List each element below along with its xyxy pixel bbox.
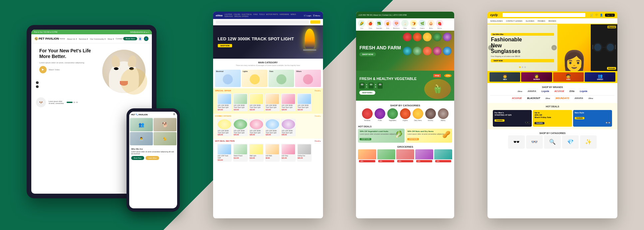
nav-shop[interactable]: Shop ▾: [108, 38, 114, 40]
brand-elita[interactable]: Elita: [567, 89, 576, 93]
cat-organic[interactable]: Organic: [400, 108, 411, 121]
phone-cta-btn2[interactable]: Learn More: [146, 156, 160, 160]
slider-left-arrow[interactable]: ‹: [488, 45, 493, 50]
brand-acuvue-2[interactable]: ACUVUE: [510, 96, 524, 100]
cat-others[interactable]: Others: [295, 70, 321, 87]
farm-cat-icon-6[interactable]: 🥛 Dairy: [401, 20, 409, 29]
hd-product-2[interactable]: Switch Panel $12.99: [233, 144, 248, 162]
cat-electrical[interactable]: Electrical: [215, 70, 241, 87]
cat-lights[interactable]: Lights: [242, 70, 267, 87]
hd-eye-btn-3[interactable]: Available: [575, 117, 585, 119]
farm-cat-icon-4[interactable]: 🍯 Taste: [384, 20, 391, 29]
eye-search[interactable]: [502, 13, 585, 17]
dot-2[interactable]: [522, 66, 523, 68]
nav-home[interactable]: Home: [60, 38, 65, 40]
eye-shop-btn[interactable]: SHOP NOW: [491, 59, 554, 62]
phone-menu-icon[interactable]: ☰: [173, 113, 175, 116]
cat-grains[interactable]: Bakery: [438, 108, 449, 121]
eye-cat-2[interactable]: 👓: [526, 135, 543, 149]
eye-cat-3[interactable]: 🔍: [544, 135, 561, 149]
product-6[interactable]: LED 12W 3000K Track Spot Light $22.99: [297, 93, 312, 111]
cat-btn-men[interactable]: 👨 MEN: [489, 72, 520, 82]
signup-btn[interactable]: Sign Up: [605, 14, 615, 17]
elitea-search[interactable]: [216, 20, 309, 24]
nav-contact-lenses[interactable]: CONTACT LENSES: [506, 20, 522, 22]
grocery-card-1[interactable]: -50%: [358, 149, 376, 163]
nav-frames[interactable]: FRAMES: [537, 20, 545, 22]
hd-farm-btn-1[interactable]: SHOP NOW: [360, 138, 371, 140]
farm-cat-icon-7[interactable]: 🍞 Bakery: [410, 20, 417, 29]
nav-brands[interactable]: BRANDS: [548, 20, 556, 22]
brand-diva-3[interactable]: Diva: [586, 96, 595, 100]
brand-diva-2[interactable]: Diva: [543, 96, 552, 100]
farm-cat-icon-2[interactable]: 🍎 Fruits: [367, 20, 374, 29]
hd-farm-card-2[interactable]: 50% Off Nuts and Dry Items Lorem ipsum d…: [406, 129, 452, 143]
nav-sunglasses[interactable]: SUNGLASSES: [490, 20, 502, 22]
farm-shop-now[interactable]: SHOP NOW: [359, 52, 376, 56]
elitea-cart[interactable]: 🛒 Login ☰ Menu: [304, 14, 320, 17]
brand-blackout[interactable]: BLACKOUT: [525, 96, 542, 100]
nav-community[interactable]: Our Community ▾: [90, 38, 106, 40]
cat-grocery-cat[interactable]: Grocery: [425, 108, 436, 121]
play-button[interactable]: ▶: [39, 66, 47, 73]
combo-3[interactable]: LED 12W 3000K Track Spot Light $35.99: [249, 119, 264, 137]
cat-fans[interactable]: Fans: [268, 70, 294, 87]
farm-cat-icon-3[interactable]: 🥦 Vegetable: [375, 20, 383, 29]
brand-loyola-1[interactable]: Loyola: [539, 89, 551, 93]
fb-icon[interactable]: f: [36, 81, 39, 84]
hd-product-4[interactable]: LED Bulb $8.99: [265, 144, 280, 162]
combo-2[interactable]: LED 12W 3000K Track Spot Light $44.99: [233, 119, 248, 137]
tw-icon[interactable]: t: [36, 85, 39, 88]
hd-eye-card-3[interactable]: New Style Available 👓: [573, 110, 612, 127]
hd-product-1[interactable]: LED 12W Track Light $19.99: [217, 144, 232, 162]
user-icon[interactable]: 👤: [600, 14, 603, 17]
hd-farm-card-1[interactable]: 50% Off Vegetable's and fruits Lorem ips…: [358, 129, 405, 143]
combo-view-all[interactable]: Result ▸: [315, 115, 321, 117]
combo-1[interactable]: LED 12W 3000K Track Spot Light $39.99: [217, 119, 232, 137]
hot-deal-view-all[interactable]: Result ▸: [315, 140, 321, 142]
dot-3[interactable]: [524, 66, 526, 68]
book-now-btn[interactable]: Book Now: [123, 37, 137, 40]
hd-eye-btn-1[interactable]: Available: [494, 119, 504, 122]
cart-icon[interactable]: 🛒: [590, 14, 593, 17]
phone-cta-btn1[interactable]: Book Now: [131, 156, 144, 160]
cat-fruits[interactable]: Fruits: [375, 108, 385, 121]
slider-right-arrow[interactable]: ›: [551, 45, 557, 50]
farm-cat-icon-5[interactable]: 🍄 Mushroom: [393, 20, 400, 29]
brand-amara-1[interactable]: AMARA: [525, 89, 538, 93]
nav-contact[interactable]: Contact: [116, 38, 123, 40]
cat-dairy[interactable]: Dairy Items: [413, 108, 423, 121]
brand-diva-1[interactable]: Diva: [516, 89, 524, 93]
cat-vegetables[interactable]: Vegetables: [387, 108, 398, 121]
brand-acuvue-1[interactable]: ACUVUE: [552, 89, 566, 93]
farm-cat-icon-1[interactable]: 🌽 Corn: [358, 20, 365, 29]
nav-glasses[interactable]: GLASSES: [526, 20, 534, 22]
combo-5[interactable]: LED 12W 3000K Track Spot Light $49.99: [281, 119, 296, 137]
eye-cat-1[interactable]: 🕶️: [508, 135, 525, 149]
hd-product-6[interactable]: Ceiling Fan $65.99: [297, 144, 312, 162]
grocery-card-4[interactable]: -50%: [415, 149, 433, 163]
farm-cat-icon-10[interactable]: 🍓 Berries: [436, 20, 443, 29]
brand-30sundays[interactable]: 30SUNDAYS: [553, 96, 571, 100]
combo-4[interactable]: LED 12W 3000K Track Spot Light $29.99: [265, 119, 280, 137]
elitea-shop-now[interactable]: SHOP NOW: [218, 44, 232, 47]
hd-eye-card-1[interactable]: For Men'sSTARTING AT $25 Available 🕶️: [493, 110, 532, 127]
farm-cat-icon-9[interactable]: 🧅 Bulkro: [427, 20, 435, 29]
cat-tomatoes[interactable]: Tomatoes: [362, 108, 373, 121]
cat-btn-unisex[interactable]: 👥 UNISEX: [585, 72, 615, 82]
eye-cat-4[interactable]: 💎: [562, 135, 579, 149]
nav-about[interactable]: About Us ▾: [67, 38, 77, 40]
product-4[interactable]: LED 12W 3000K Track Spot Light $15.99: [265, 93, 280, 111]
brand-amara-2[interactable]: AMARA: [572, 96, 585, 100]
nav-services[interactable]: Services ▾: [79, 38, 88, 40]
grocery-card-5[interactable]: -50%: [434, 149, 452, 163]
elitea-search-btn[interactable]: [310, 20, 320, 24]
product-2[interactable]: LED 12W 3000K Track Spot Light $18.99: [233, 93, 248, 111]
product-3[interactable]: LED 12W 3000K Track Spot Light $32.99: [249, 93, 264, 111]
product-5[interactable]: LED 12W 3000K Track Spot Light $28.99: [281, 93, 296, 111]
hd-eye-card-2[interactable]: Up to20% OffBlack Friday Sale Available: [533, 110, 572, 127]
eye-cat-5[interactable]: ✨: [580, 135, 597, 149]
cat-btn-kids[interactable]: 🧒 KIDS: [553, 72, 584, 82]
hd-product-5[interactable]: LED Strip $21.99: [281, 144, 296, 162]
grocery-card-3[interactable]: -50%: [396, 149, 414, 163]
